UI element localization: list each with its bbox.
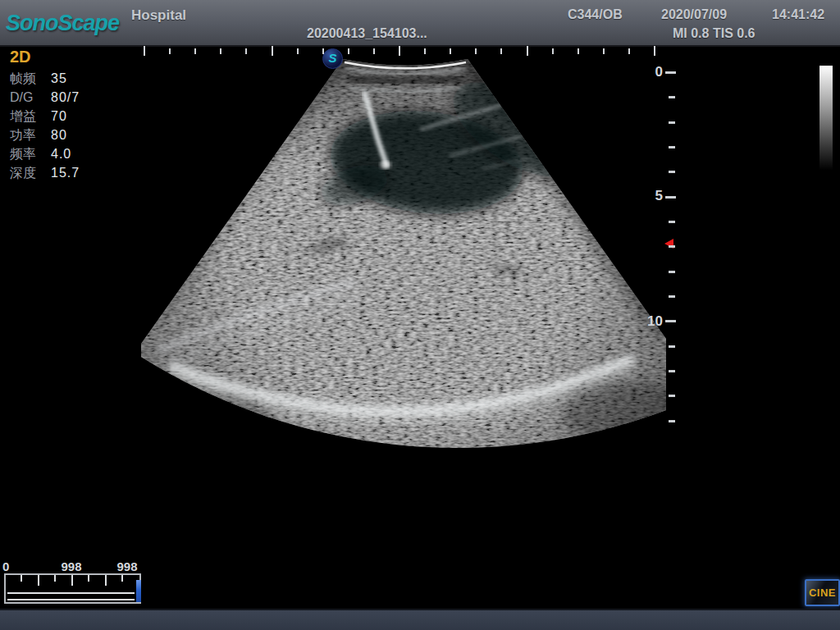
mi-tis-readout: MI 0.8 TIS 0.6 [673,26,755,41]
cine-button[interactable]: CINE [805,579,840,606]
probe-orientation-marker-icon: S [322,48,343,69]
param-row-dynamic-range: D/G 80/7 [10,88,80,107]
mode-label: 2D [10,48,80,66]
param-label: 增益 [10,107,51,126]
depth-label-5: 5 [638,188,663,204]
param-label: 功率 [10,126,51,144]
depth-label-0: 0 [638,64,663,80]
param-label: 帧频 [10,69,51,88]
param-row-gain: 增益 70 [10,107,80,126]
probe-preset: C344/OB [568,7,623,22]
depth-label-10: 10 [638,313,663,330]
param-value: 15.7 [51,163,80,182]
param-label: D/G [10,88,51,107]
ultrasound-screen: SonoScape Hospital 20200413_154103... C3… [0,0,840,630]
cine-button-label: CINE [809,587,836,599]
sonoscape-logo: SonoScape [6,11,119,36]
status-bar [0,609,840,630]
param-value: 80 [51,126,67,144]
param-row-frequency: 频率 4.0 [10,144,80,163]
param-label: 深度 [10,163,51,182]
exam-time: 14:41:42 [772,7,824,22]
top-bar: SonoScape Hospital 20200413_154103... C3… [0,0,840,47]
parameter-panel: 2D 帧频 35 D/G 80/7 增益 70 功率 80 频率 4.0 深度 … [10,48,80,182]
cine-position-marker[interactable] [136,580,141,602]
cine-frame-current: 998 [110,559,144,573]
cine-frame-total: 998 [54,559,89,573]
param-row-depth: 深度 15.7 [10,163,80,182]
hospital-name: Hospital [131,7,186,24]
grayscale-bar [819,66,833,172]
cine-track-line [7,592,135,600]
param-label: 频率 [10,144,51,163]
param-row-power: 功率 80 [10,126,80,144]
ultrasound-image [0,0,840,630]
cine-scrubber-track[interactable] [4,573,141,604]
cine-frame-start: 0 [2,559,9,573]
param-row-frame-rate: 帧频 35 [10,69,80,88]
param-value: 80/7 [51,88,80,107]
param-value: 4.0 [51,144,71,163]
exam-id: 20200413_154103... [307,26,427,41]
param-value: 35 [51,69,67,88]
exam-date: 2020/07/09 [661,7,727,22]
param-value: 70 [51,107,67,126]
